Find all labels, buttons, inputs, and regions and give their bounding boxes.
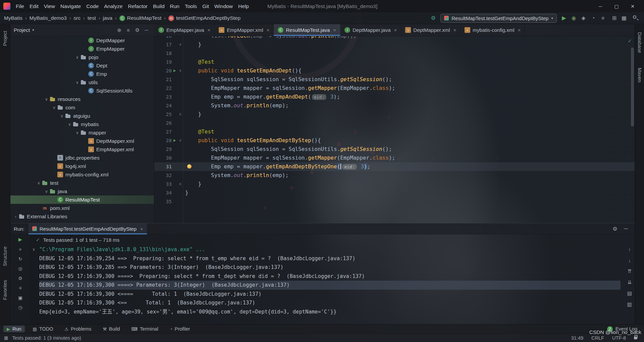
prev-occurrence-icon[interactable]: ↑ xyxy=(628,247,631,252)
tree-toggle-icon[interactable]: ∨ xyxy=(59,114,65,118)
run-config-select[interactable]: ResultMapTest.testGetEmpAndDeptByStep ▾ xyxy=(440,14,557,23)
code-line-31[interactable]: 31 Emp emp = mapper.getEmpAndDeptByStepO… xyxy=(154,162,635,171)
next-occurrence-icon[interactable]: ↓ xyxy=(628,258,631,263)
menu-edit[interactable]: Edit xyxy=(27,2,41,11)
code-line-28[interactable]: 28▶∨ public void testGetEmpAndDeptByStep… xyxy=(154,136,635,145)
tree-item-empmapper[interactable]: IEmpMapper xyxy=(10,45,154,53)
breadcrumb-item-src[interactable]: src xyxy=(74,15,81,21)
code-line-32[interactable]: 32 System.out.println(emp); xyxy=(154,171,635,180)
code-line-19[interactable]: 19 @Test xyxy=(154,58,635,66)
menu-view[interactable]: View xyxy=(41,2,58,11)
stripe-favorites[interactable]: Favorites xyxy=(2,277,8,303)
clear-icon[interactable]: ▥ xyxy=(627,301,632,307)
run-line-icon[interactable]: ▶ xyxy=(172,136,177,145)
close-icon[interactable]: × xyxy=(267,27,270,33)
editor-scrollbar[interactable] xyxy=(631,48,634,126)
menu-build[interactable]: Build xyxy=(150,2,167,11)
screenshot-icon[interactable]: ▣ xyxy=(17,294,24,301)
monitor-icon[interactable]: ▦ xyxy=(620,14,628,22)
profiler-icon[interactable]: ◔ xyxy=(589,14,597,22)
intention-bulb-icon[interactable] xyxy=(187,164,192,169)
fold-icon[interactable]: ∧ xyxy=(177,40,183,49)
code-line-22[interactable]: 22 EmpMapper mapper = sqlSession.getMapp… xyxy=(154,84,635,93)
tree-item-deptmapper.xml[interactable]: xDeptMapper.xml xyxy=(10,137,154,145)
stripe-database[interactable]: Database xyxy=(637,30,642,56)
code-line-16[interactable]: 16 list.forEach(emp -> System.out.printl… xyxy=(154,36,635,40)
code-editor[interactable]: 16 list.forEach(emp -> System.out.printl… xyxy=(154,36,635,223)
fold-icon[interactable]: ∨ xyxy=(177,136,183,145)
close-icon[interactable]: × xyxy=(333,27,336,33)
debug-icon[interactable]: ◉ xyxy=(570,14,578,22)
tree-item-log4j.xml[interactable]: xlog4j.xml xyxy=(10,162,154,170)
tool-windows-toggle-icon[interactable]: ▦ xyxy=(4,335,8,340)
tree-item-pom.xml[interactable]: mpom.xml xyxy=(10,204,154,212)
console-line[interactable]: DEBUG 12-05 17:16:39,300 ====> Preparing… xyxy=(39,272,621,281)
code-line-23[interactable]: 23 Emp emp = mapper.getEmpAndDept(eid: 3… xyxy=(154,93,635,101)
run-tab[interactable]: ResultMapTest.testGetEmpAndDeptByStep × xyxy=(29,223,147,234)
layout-icon[interactable]: ⊞ xyxy=(610,14,619,22)
tree-toggle-icon[interactable]: ∨ xyxy=(74,130,80,135)
rerun-failed-icon[interactable]: ↻ xyxy=(17,255,24,262)
tab-resultmaptest.java[interactable]: CResultMapTest.java× xyxy=(274,24,340,36)
tree-item-mapper[interactable]: ∨mapper xyxy=(10,128,154,137)
tab-deptmapper.java[interactable]: IDeptMapper.java× xyxy=(340,24,401,36)
tab-mybatis-config.xml[interactable]: xmybatis-config.xml× xyxy=(461,24,525,36)
toolwindow-button-profiler[interactable]: ◔Profiler xyxy=(166,326,194,332)
code-line-27[interactable]: 27 @Test xyxy=(154,127,635,136)
console-line[interactable]: ∨"C:\Program Files\Java\jdk1.8.0_131\bin… xyxy=(39,245,621,254)
filter-icon[interactable]: ◎ xyxy=(17,265,24,272)
code-line-34[interactable]: 34} xyxy=(154,188,635,197)
code-line-30[interactable]: 30 EmpMapper mapper = sqlSession.getMapp… xyxy=(154,154,635,162)
tree-item-empmapper.xml[interactable]: xEmpMapper.xml xyxy=(10,145,154,154)
tree-item-test[interactable]: ∨test xyxy=(10,179,154,187)
menu-navigate[interactable]: Navigate xyxy=(58,2,84,11)
fold-icon[interactable]: ∧ xyxy=(177,110,183,119)
tab-deptmapper.xml[interactable]: xDeptMapper.xml× xyxy=(401,24,461,36)
tree-toggle-icon[interactable]: ∨ xyxy=(74,80,80,85)
breadcrumb-item-mybatis-demo3[interactable]: MyBatis_demo3 xyxy=(30,15,67,21)
project-panel-title[interactable]: Project xyxy=(14,27,30,33)
collapse-all-icon[interactable]: ⇊ xyxy=(628,279,632,285)
menu-window[interactable]: Window xyxy=(212,2,235,11)
console-line[interactable]: DEBUG 12-05 17:16:39,300 <== Total: 1 (B… xyxy=(39,298,621,307)
search-everywhere-icon[interactable] xyxy=(631,14,640,22)
fold-icon[interactable]: ∧ xyxy=(177,180,183,188)
console-output[interactable]: ∨"C:\Program Files\Java\jdk1.8.0_131\bin… xyxy=(31,245,621,324)
stripe-project[interactable]: Project xyxy=(2,28,8,49)
menu-analyze[interactable]: Analyze xyxy=(101,2,125,11)
hide-icon[interactable]: ─ xyxy=(624,226,628,232)
breadcrumb-item-java[interactable]: java xyxy=(103,15,112,21)
close-icon[interactable]: × xyxy=(208,27,211,33)
settings-icon[interactable]: ⚙ xyxy=(17,275,24,282)
collapse-all-icon[interactable]: ≡ xyxy=(124,27,133,33)
run-line-icon[interactable]: ▶ xyxy=(172,66,177,75)
code-line-20[interactable]: 20▶∨ public void testGetEmpAndDept(){ xyxy=(154,66,635,75)
code-line-29[interactable]: 29 SqlSession sqlSession = SqlSessionUti… xyxy=(154,145,635,154)
tree-item-resources[interactable]: ∨resources xyxy=(10,95,154,103)
toolwindow-button-terminal[interactable]: ⌨Terminal xyxy=(128,326,162,332)
hide-icon[interactable]: ─ xyxy=(142,27,151,33)
tree-item-resultmaptest[interactable]: CResultMapTest xyxy=(10,195,154,204)
tree-item-emp[interactable]: CEmp xyxy=(10,70,154,78)
code-line-35[interactable]: 35 xyxy=(154,197,635,206)
tree-item-deptmapper[interactable]: IDeptMapper xyxy=(10,36,154,45)
minimize-button[interactable]: ─ xyxy=(592,1,608,11)
fold-icon[interactable]: ∨ xyxy=(177,66,183,75)
build-tool-icon[interactable]: ⚙ xyxy=(429,14,437,22)
console-line[interactable]: DEBUG 12-05 17:16:39,300 ====> Parameter… xyxy=(39,281,621,290)
stripe-structure[interactable]: Structure xyxy=(2,244,8,269)
coverage-icon[interactable]: ◈ xyxy=(579,14,588,22)
tree-item-com[interactable]: ∨com xyxy=(10,103,154,112)
tree-toggle-icon[interactable]: ∨ xyxy=(36,181,42,185)
settings-icon[interactable]: ⚙ xyxy=(612,226,617,232)
close-icon[interactable]: × xyxy=(518,27,521,33)
status-widget-crlf[interactable]: CRLF xyxy=(591,335,604,341)
tree-item-utils[interactable]: ∨utils xyxy=(10,78,154,87)
code-line-26[interactable]: 26 xyxy=(154,119,635,127)
code-line-33[interactable]: 33∧ } xyxy=(154,180,635,188)
toolwindow-button-build[interactable]: ⚒Build xyxy=(99,326,123,332)
code-line-17[interactable]: 17∧ } xyxy=(154,40,635,49)
code-line-21[interactable]: 21 SqlSession sqlSession = SqlSessionUti… xyxy=(154,75,635,84)
tree-item-atguigu[interactable]: ∨atguigu xyxy=(10,112,154,120)
code-line-18[interactable]: 18 xyxy=(154,49,635,58)
